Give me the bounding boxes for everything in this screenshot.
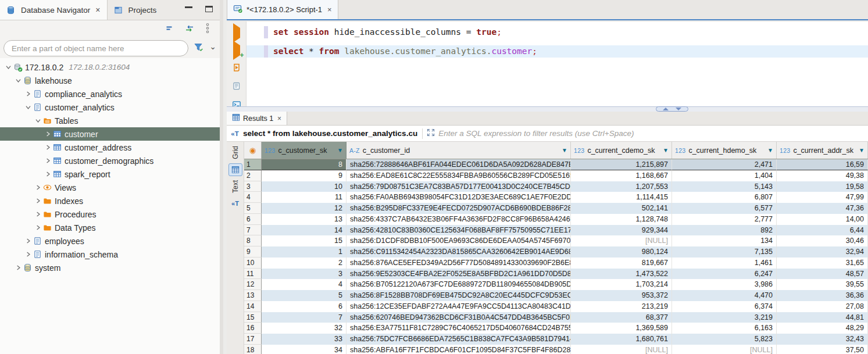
row-number[interactable]: 8	[244, 235, 262, 246]
column-header-c-current-addr-sk[interactable]: 123c_current_addr_sk▼	[777, 142, 868, 159]
cell-c-customer-sk[interactable]: 8	[262, 159, 347, 170]
cell-c-current-cdemo-sk[interactable]: 68,377	[571, 312, 672, 323]
cell-c-current-hdemo-sk[interactable]: 892	[672, 225, 777, 236]
cell-c-customer-sk[interactable]: 11	[262, 192, 347, 203]
cell-c-current-addr-sk[interactable]: 32,94	[777, 246, 868, 258]
row-number[interactable]: 15	[244, 312, 262, 323]
cell-c-customer-sk[interactable]: 15	[262, 235, 347, 246]
cell-c-current-addr-sk[interactable]: 49,38	[777, 170, 868, 181]
grid-corner-button[interactable]: ◉	[244, 142, 262, 159]
cell-c-customer-sk[interactable]: 1	[262, 246, 347, 258]
cell-c-current-addr-sk[interactable]: 31,65	[777, 258, 868, 269]
cell-c-current-cdemo-sk[interactable]: 213,219	[571, 301, 672, 312]
tab-results-1[interactable]: Results 1 ×	[227, 112, 287, 125]
cell-c-current-addr-sk[interactable]: 32,43	[777, 334, 868, 345]
chevron-collapsed-icon[interactable]	[43, 157, 53, 165]
cell-c-customer-sk[interactable]: 5	[262, 290, 347, 301]
cell-c-current-addr-sk[interactable]: 14,00	[777, 214, 868, 225]
chevron-expanded-icon[interactable]	[3, 63, 13, 71]
cell-c-current-hdemo-sk[interactable]: 6,577	[672, 203, 777, 214]
cell-c-current-addr-sk[interactable]: 48,57	[777, 269, 868, 280]
execute-statement-button[interactable]	[233, 28, 240, 38]
row-number[interactable]: 5	[244, 203, 262, 214]
column-menu-arrow-icon[interactable]: ▼	[663, 147, 669, 153]
column-header-c-current-hdemo-sk[interactable]: 123c_current_hdemo_sk▼	[672, 142, 777, 159]
execute-script-button[interactable]	[232, 63, 241, 74]
chevron-collapsed-icon[interactable]	[23, 90, 33, 98]
cell-c-current-cdemo-sk[interactable]: 1,207,553	[571, 181, 672, 192]
tree-item-spark-report[interactable]: spark_report	[0, 167, 220, 181]
column-header-c-current-cdemo-sk[interactable]: 123c_current_cdemo_sk▼	[571, 142, 672, 159]
tree-item-customer[interactable]: customer	[0, 127, 220, 141]
cell-c-current-cdemo-sk[interactable]: 1,369,589	[571, 323, 672, 334]
cell-c-customer-id[interactable]: sha256:E3A77511F81C7289C76C4065217D5D406…	[347, 323, 571, 334]
sql-code-area[interactable]: set session hide_inaccessible_columns = …	[247, 22, 868, 106]
tab-sql-script[interactable]: *<172.18.0.2> Script-1 ×	[227, 0, 338, 19]
cell-c-current-cdemo-sk[interactable]: 1,128,748	[571, 214, 672, 225]
chevron-collapsed-icon[interactable]	[33, 197, 43, 205]
explain-plan-button[interactable]	[232, 81, 241, 93]
cell-c-current-hdemo-sk[interactable]: 2,777	[672, 214, 777, 225]
row-number[interactable]: 11	[244, 269, 262, 280]
cell-c-current-addr-sk[interactable]: 19,58	[777, 181, 868, 192]
cell-c-customer-sk[interactable]: 10	[262, 181, 347, 192]
cell-c-current-hdemo-sk[interactable]: 2,471	[672, 159, 777, 170]
sash-collapse-control[interactable]	[656, 106, 688, 112]
cell-c-current-hdemo-sk[interactable]: 6,807	[672, 192, 777, 203]
row-number[interactable]: 7	[244, 225, 262, 236]
chevron-expanded-icon[interactable]	[23, 103, 33, 111]
row-number[interactable]: 4	[244, 192, 262, 203]
cell-c-current-addr-sk[interactable]: 6,44	[777, 225, 868, 236]
tree-item-customer-analytics[interactable]: customer_analytics	[0, 101, 220, 114]
cell-c-customer-sk[interactable]: 4	[262, 279, 347, 290]
row-number[interactable]: 16	[244, 323, 262, 334]
cell-c-current-hdemo-sk[interactable]: 3,986	[672, 279, 777, 290]
column-header-c-customer-sk[interactable]: 123c_customer_sk▼	[262, 142, 347, 159]
row-number[interactable]: 18	[244, 345, 262, 354]
cell-c-customer-id[interactable]: sha256:9E52303CE4FBA2E2F0525E8A5BFBD2C1A…	[347, 269, 571, 280]
cell-c-customer-id[interactable]: sha256:620746BED947362BCD6CF31B0A4C547DD…	[347, 312, 571, 323]
chevron-collapsed-icon[interactable]	[33, 184, 43, 191]
execute-new-tab-button[interactable]: +	[233, 45, 240, 56]
cell-c-current-cdemo-sk[interactable]: 1,473,522	[571, 269, 672, 280]
cell-c-current-hdemo-sk[interactable]: 134	[672, 235, 777, 246]
cell-c-current-cdemo-sk[interactable]: 502,141	[571, 203, 672, 214]
chevron-expanded-icon[interactable]	[33, 117, 43, 124]
cell-c-customer-sk[interactable]: 32	[262, 323, 347, 334]
chevron-collapsed-icon[interactable]	[13, 264, 23, 271]
cell-c-customer-sk[interactable]: 9	[262, 170, 347, 181]
row-number[interactable]: 6	[244, 214, 262, 225]
chevron-collapsed-icon[interactable]	[33, 210, 43, 218]
cell-c-customer-sk[interactable]: 7	[262, 312, 347, 323]
cell-c-customer-sk[interactable]: 34	[262, 345, 347, 354]
tree-item-lakehouse[interactable]: lakehouse	[0, 74, 220, 87]
cell-c-customer-id[interactable]: sha256:75DC7FCB6686EDA72565C1B838CA7FC43…	[347, 334, 571, 345]
row-number[interactable]: 13	[244, 290, 262, 301]
cell-c-current-cdemo-sk[interactable]: 1,703,214	[571, 279, 672, 290]
link-with-editor-button[interactable]	[184, 24, 195, 35]
cell-c-customer-id[interactable]: sha256:4337C7AB6432E3B06FF4A3636FD2F8CC8…	[347, 214, 571, 225]
cell-c-current-cdemo-sk[interactable]: 1,114,415	[571, 192, 672, 203]
row-number[interactable]: 9	[244, 246, 262, 258]
cell-c-current-cdemo-sk[interactable]: 819,667	[571, 258, 672, 269]
cell-c-current-cdemo-sk[interactable]: 980,124	[571, 246, 672, 258]
cell-c-current-addr-sk[interactable]: 39,55	[777, 279, 868, 290]
chevron-down-icon[interactable]: ⌄	[209, 42, 216, 51]
cell-c-current-addr-sk[interactable]: 47,36	[777, 203, 868, 214]
cell-c-customer-id[interactable]: sha256:79D08751C3EA7C83BA57D177E00413D0C…	[347, 181, 571, 192]
cell-c-current-hdemo-sk[interactable]: 6,374	[672, 301, 777, 312]
close-icon[interactable]: ×	[95, 5, 100, 15]
cell-c-customer-id[interactable]: sha256:8F1528BB708DF69EB475DC92A8C20EC44…	[347, 290, 571, 301]
close-icon[interactable]: ×	[277, 115, 281, 123]
cell-c-customer-id[interactable]: sha256:C9115342454A2323DA815865CAA326064…	[347, 246, 571, 258]
cell-c-customer-sk[interactable]: 33	[262, 334, 347, 345]
cell-c-customer-sk[interactable]: 6	[262, 301, 347, 312]
tree-item-indexes[interactable]: Indexes	[0, 194, 220, 208]
cell-c-current-addr-sk[interactable]: 48,29	[777, 323, 868, 334]
chevron-collapsed-icon[interactable]	[23, 237, 33, 245]
sql-line-1[interactable]: set session hide_inaccessible_columns = …	[273, 26, 502, 38]
tree-item-system[interactable]: system	[0, 261, 220, 274]
cell-c-current-hdemo-sk[interactable]: [NULL]	[672, 345, 777, 354]
cell-c-current-cdemo-sk[interactable]: 1,680,761	[571, 334, 672, 345]
cell-c-customer-sk[interactable]: 12	[262, 203, 347, 214]
